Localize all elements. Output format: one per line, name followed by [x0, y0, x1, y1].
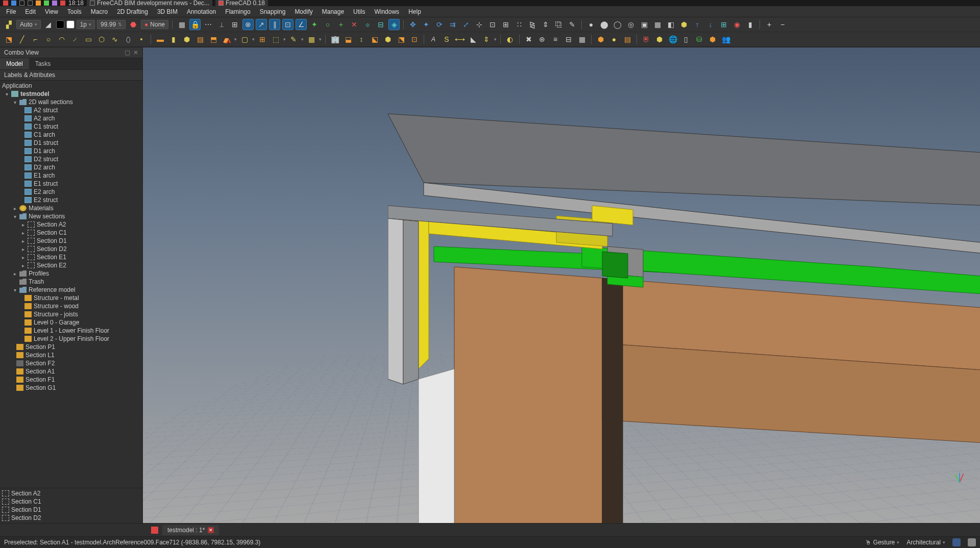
- tree-folder-new-sections[interactable]: ▾New sections: [0, 212, 142, 220]
- tree-trash[interactable]: Trash: [0, 278, 142, 286]
- shapestring-icon[interactable]: S: [441, 34, 452, 45]
- floor-icon[interactable]: ⬒: [208, 34, 219, 45]
- workplane-combo[interactable]: Auto▾: [16, 20, 41, 29]
- line-icon[interactable]: ╱: [16, 34, 28, 45]
- dropdown-icon[interactable]: ▾: [234, 37, 237, 42]
- arc-icon[interactable]: ◠: [56, 34, 67, 45]
- rect-icon[interactable]: ▭: [83, 34, 94, 45]
- snap-end-icon[interactable]: ⊡: [282, 19, 293, 30]
- menu-view[interactable]: View: [41, 7, 62, 17]
- tree-item[interactable]: C1 arch: [0, 131, 142, 139]
- menu-snapping[interactable]: Snapping: [256, 7, 290, 17]
- property-list[interactable]: Section A2 Section C1 Section D1 Section…: [0, 488, 142, 523]
- snap-special-icon[interactable]: ◈: [388, 19, 400, 30]
- 3d-viewport[interactable]: [143, 47, 980, 523]
- menu-modify[interactable]: Modify: [290, 7, 316, 17]
- bspline-icon[interactable]: ∿: [109, 34, 120, 45]
- section-icon[interactable]: ⬕: [369, 34, 380, 45]
- tab-model[interactable]: Model: [0, 58, 29, 69]
- wall-icon[interactable]: ▬: [155, 34, 166, 45]
- snap-wp-icon[interactable]: ⊟: [375, 19, 386, 30]
- polygon-icon[interactable]: ⬡: [96, 34, 107, 45]
- tree-folder-wall-sections[interactable]: ▾2D wall sections: [0, 98, 142, 106]
- tree-item[interactable]: ▸Section A2: [0, 220, 142, 229]
- tree-item[interactable]: E1 struct: [0, 180, 142, 188]
- list-item[interactable]: Section C1: [0, 497, 142, 506]
- globe-icon[interactable]: 🌐: [667, 34, 678, 45]
- rebar-icon[interactable]: ⬢: [181, 34, 192, 45]
- menu-annotation[interactable]: Annotation: [183, 7, 220, 17]
- project-icon[interactable]: ⬔: [396, 34, 407, 45]
- tree-item[interactable]: D1 arch: [0, 147, 142, 155]
- close-icon[interactable]: ✕: [133, 49, 138, 56]
- snap-mid-icon[interactable]: ⋯: [203, 19, 214, 30]
- scale-icon[interactable]: ⊡: [487, 19, 498, 30]
- tree-item[interactable]: ▸Section C1: [0, 229, 142, 237]
- wire-icon[interactable]: ⌐: [30, 34, 41, 45]
- tree-item[interactable]: Section G1: [0, 384, 142, 392]
- tree-item[interactable]: Structure - wood: [0, 302, 142, 310]
- space-icon[interactable]: ▢: [239, 34, 250, 45]
- inward-icon[interactable]: ✦: [421, 19, 432, 30]
- circle-icon[interactable]: ○: [43, 34, 54, 45]
- tool-a-icon[interactable]: ✖: [523, 34, 534, 45]
- tree-item[interactable]: D2 struct: [0, 155, 142, 163]
- tree-item[interactable]: E2 struct: [0, 196, 142, 204]
- stairs-icon[interactable]: ⬚: [270, 34, 281, 45]
- tree-item[interactable]: Level 0 - Garage: [0, 318, 142, 327]
- tree-item[interactable]: D1 struct: [0, 139, 142, 147]
- tab-tasks[interactable]: Tasks: [29, 58, 57, 69]
- color-swatch-icon[interactable]: ◢: [43, 19, 54, 30]
- component-icon[interactable]: ⬢: [678, 19, 690, 30]
- clone-icon[interactable]: ⿻: [553, 19, 565, 30]
- obj-icon[interactable]: ⬢: [707, 34, 718, 45]
- tree-item[interactable]: Section F2: [0, 359, 142, 367]
- tree-item[interactable]: E1 arch: [0, 171, 142, 180]
- stretch-icon[interactable]: ⇕: [540, 19, 551, 30]
- tree-materials[interactable]: ▸Materials: [0, 204, 142, 212]
- array-icon[interactable]: ⊞: [500, 19, 511, 30]
- tree-item[interactable]: A2 arch: [0, 114, 142, 122]
- ellipse-icon[interactable]: ⬯: [122, 34, 134, 45]
- tree-item[interactable]: ▸Section D2: [0, 245, 142, 253]
- tree-item[interactable]: Section P1: [0, 343, 142, 351]
- tree-item[interactable]: Section A1: [0, 367, 142, 376]
- snap-ortho-icon[interactable]: +: [335, 19, 347, 30]
- snap-off-icon[interactable]: ✕: [349, 19, 360, 30]
- up-icon[interactable]: ↑: [692, 19, 703, 30]
- menu-macro[interactable]: Macro: [87, 7, 112, 17]
- wplane-icon[interactable]: ▞: [3, 19, 14, 30]
- tree-item[interactable]: Level 1 - Lower Finish Floor: [0, 327, 142, 335]
- frame-icon[interactable]: ▦: [306, 34, 317, 45]
- nav-style-combo[interactable]: 🖱Gesture▾: [865, 539, 900, 546]
- window-tool-icon[interactable]: ⊞: [718, 19, 729, 30]
- rotate-icon[interactable]: ⟳: [434, 19, 445, 30]
- menu-2d-drafting[interactable]: 2D Drafting: [113, 7, 152, 17]
- site-icon[interactable]: ⬔: [3, 34, 14, 45]
- tree-item[interactable]: ▸Section D1: [0, 237, 142, 245]
- menu-utils[interactable]: Utils: [349, 7, 369, 17]
- units-combo[interactable]: Architectural▾: [906, 539, 945, 546]
- torus-icon[interactable]: ◎: [625, 19, 636, 30]
- document-tab[interactable]: testmodel : 1* ✕: [162, 525, 219, 535]
- menu-manage[interactable]: Manage: [318, 7, 348, 17]
- roof-icon[interactable]: ⛺: [221, 34, 232, 45]
- list-item[interactable]: Section D1: [0, 506, 142, 514]
- dropdown-icon[interactable]: ▾: [301, 37, 304, 42]
- people-icon[interactable]: 👥: [720, 34, 731, 45]
- dropdown-icon[interactable]: ▾: [283, 37, 286, 42]
- struct-icon[interactable]: ▮: [168, 34, 179, 45]
- snap-grid-icon[interactable]: ▦: [176, 19, 187, 30]
- menu-3d-bim[interactable]: 3D BIM: [153, 7, 182, 17]
- survey-icon[interactable]: ⬢: [654, 34, 665, 45]
- point-icon[interactable]: •: [136, 34, 147, 45]
- sphere-icon[interactable]: ●: [585, 19, 597, 30]
- draft2sketch-icon[interactable]: ✎: [567, 19, 578, 30]
- tree-item[interactable]: Structure - metal: [0, 294, 142, 302]
- cone-icon[interactable]: ◯: [612, 19, 623, 30]
- schedule-icon[interactable]: ▤: [622, 34, 633, 45]
- snap-perp-icon[interactable]: ⟂: [216, 19, 227, 30]
- tool-b-icon[interactable]: ⊛: [536, 34, 548, 45]
- tree-item[interactable]: Structure - joists: [0, 310, 142, 318]
- tree-item[interactable]: ▸Section E2: [0, 261, 142, 269]
